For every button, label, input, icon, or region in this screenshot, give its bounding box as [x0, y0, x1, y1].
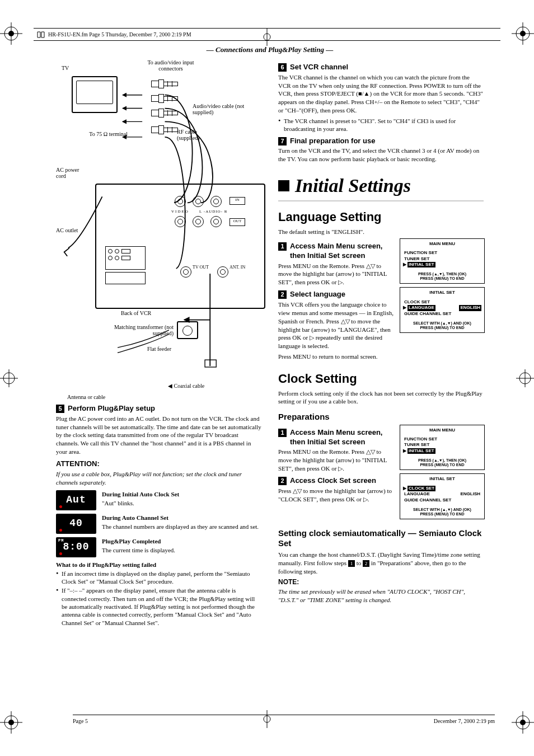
section-banner: — Connections and Plug&Play Setting —: [56, 45, 484, 55]
label-to-audio-video: To audio/video input connectors: [140, 59, 202, 72]
connection-diagram: TV To audio/video input connectors Audio…: [56, 59, 261, 401]
label-audio: L -AUDIO- R: [199, 209, 227, 214]
label-back-of-vcr: Back of VCR: [121, 310, 151, 317]
semiauto-body: You can change the host channel/D.S.T. (…: [278, 551, 484, 576]
label-rf-cable: RF cable (supplied): [177, 129, 216, 142]
step5-title: Perform Plug&Play setup: [68, 404, 155, 414]
panel-icon: [105, 272, 146, 284]
preparations-heading: Preparations: [278, 411, 484, 422]
clock-setting-heading: Clock Setting: [278, 371, 484, 387]
jack-icon: [193, 216, 204, 227]
lang-s1-title: Access Main Menu screen, then Initial Se…: [290, 242, 394, 261]
language-intro: The default setting is "ENGLISH".: [278, 228, 484, 236]
attention-body: If you use a cable box, Plug&Play will n…: [56, 470, 261, 487]
tv-icon: [72, 76, 118, 113]
lang-s2-heading: 2 Select language: [278, 290, 394, 299]
fail-bullet-1: If an incorrect time is displayed on the…: [56, 570, 261, 586]
jack-icon: [175, 196, 186, 207]
transformer-icon: [177, 321, 198, 339]
panel-icon: [105, 246, 146, 270]
seg-display-40: 40: [56, 514, 96, 534]
disp2-body: The channel numbers are displayed as the…: [102, 523, 259, 531]
label-antenna-or-cable: Antenna or cable: [67, 394, 105, 401]
tv-out-jack-icon: [180, 266, 191, 278]
lang-s1-heading: 1 Access Main Menu screen, then Initial …: [278, 242, 394, 261]
seg-display-aut: Aut: [56, 490, 96, 510]
av-plug-icon: [151, 94, 178, 103]
fail-head: What to do if Plug&Play setting failed: [56, 561, 261, 569]
av-plug-icon: [151, 79, 178, 88]
display-row-1: Aut During Initial Auto Clock Set "Aut" …: [56, 490, 261, 510]
registration-mark-icon: [516, 369, 534, 387]
initial-set-screen-clock: INITIAL SET ▶CLOCK SET LANGUAGEENGLISH G…: [400, 473, 485, 519]
label-av-cable: Audio/video cable (not supplied): [193, 103, 254, 116]
jack-icon: [210, 216, 222, 227]
crop-mark-icon: [512, 22, 534, 45]
seg-display-800: PM8:00: [56, 537, 96, 557]
clock-s1-body: Press MENU on the Remote. Press △▽ to mo…: [278, 448, 394, 473]
registration-mark-icon: [258, 28, 276, 46]
step-num-icon: 2: [278, 477, 287, 485]
header-file-text: HR-FS1U-EN.fm Page 5 Thursday, December …: [48, 31, 191, 38]
footer-date: December 7, 2000 2:19 pm: [434, 717, 495, 725]
language-setting-heading: Language Setting: [278, 209, 484, 226]
label-ant-in: ANT. IN: [229, 265, 245, 270]
step-num-icon: 5: [56, 405, 64, 413]
label-ac-outlet: AC outlet: [56, 227, 78, 234]
footer-page: Page 5: [73, 717, 88, 725]
label-flat-feeder: Flat feeder: [127, 346, 171, 353]
step6-bullet: The VCR channel is preset to "CH3". Set …: [278, 117, 484, 133]
lang-s2-body2: Press MENU to return to normal screen.: [278, 353, 394, 361]
label-ac-cord: AC power cord: [56, 167, 90, 180]
label-tv-out: TV OUT: [193, 265, 209, 270]
crop-mark-icon: [0, 711, 22, 734]
step6-body: The VCR channel is the channel on which …: [278, 73, 484, 115]
step-num-icon: 7: [278, 137, 287, 145]
step6-title: Set VCR channel: [290, 63, 348, 72]
disp1-body: "Aut" blinks.: [102, 499, 179, 508]
label-video: VIDEO: [171, 209, 189, 214]
label-out: OUT: [229, 218, 245, 226]
jack-icon: [193, 196, 204, 207]
clock-intro: Perform clock setting only if the clock …: [278, 389, 484, 406]
clock-s1-heading: 1 Access Main Menu screen, then Initial …: [278, 428, 394, 447]
label-tv: TV: [62, 65, 69, 72]
disp2-head: During Auto Channel Set: [102, 514, 259, 522]
clock-s2-heading: 2 Access Clock Set screen: [278, 476, 394, 486]
vcr-back-icon: IN VIDEO L -AUDIO- R OUT TV: [95, 184, 265, 309]
av-plug-icon: [151, 109, 178, 118]
main-menu-screen-2: MAIN MENU FUNCTION SET TUNER SET ▶INITIA…: [400, 425, 485, 471]
display-row-3: PM8:00 Plug&Play Completed The current t…: [56, 537, 261, 557]
crop-mark-icon: [0, 22, 22, 45]
step7-heading: 7 Final preparation for use: [278, 137, 484, 146]
rf-plug-icon: [151, 125, 178, 134]
step-num-icon: 1: [278, 242, 287, 251]
step-num-icon: 6: [278, 63, 287, 72]
clock-s2-body: Press △▽ to move the highlight bar (arro…: [278, 487, 394, 504]
disp1-head: During Initial Auto Clock Set: [102, 490, 179, 498]
step7-title: Final preparation for use: [290, 137, 375, 146]
page-footer: Page 5 December 7, 2000 2:19 pm: [73, 715, 495, 725]
semiauto-heading: Setting clock semiautomatically — Semiau…: [278, 528, 484, 548]
jack-icon: [175, 216, 186, 227]
jack-icon: [210, 196, 222, 207]
step-num-icon: 1: [278, 429, 287, 437]
label-to-75: To 75 Ω terminal: [66, 131, 128, 138]
label-matching-transformer: Matching transformer (not supplied): [106, 324, 174, 337]
lang-s2-title: Select language: [290, 290, 345, 299]
initial-set-screen-lang: INITIAL SET CLOCK SET ▶LANGUAGEENGLISH G…: [400, 287, 485, 333]
fail-list: If an incorrect time is displayed on the…: [56, 570, 261, 627]
registration-mark-icon: [0, 369, 18, 387]
label-coaxial: ◀ Coaxial cable: [168, 383, 204, 389]
step6-heading: 6 Set VCR channel: [278, 63, 484, 72]
clock-s2-title: Access Clock Set screen: [290, 476, 376, 486]
lang-s2-body: This VCR offers you the language choice …: [278, 300, 394, 350]
ant-in-jack-icon: [217, 266, 228, 278]
step-num-icon: 2: [278, 290, 287, 299]
step6-bullets: The VCR channel is preset to "CH3". Set …: [278, 117, 484, 133]
step5-heading: 5 Perform Plug&Play setup: [56, 404, 261, 414]
disp3-body: The current time is displayed.: [102, 546, 175, 555]
crop-mark-icon: [512, 711, 534, 734]
initial-settings-heading: Initial Settings: [278, 173, 484, 198]
note-label: NOTE:: [278, 578, 484, 587]
